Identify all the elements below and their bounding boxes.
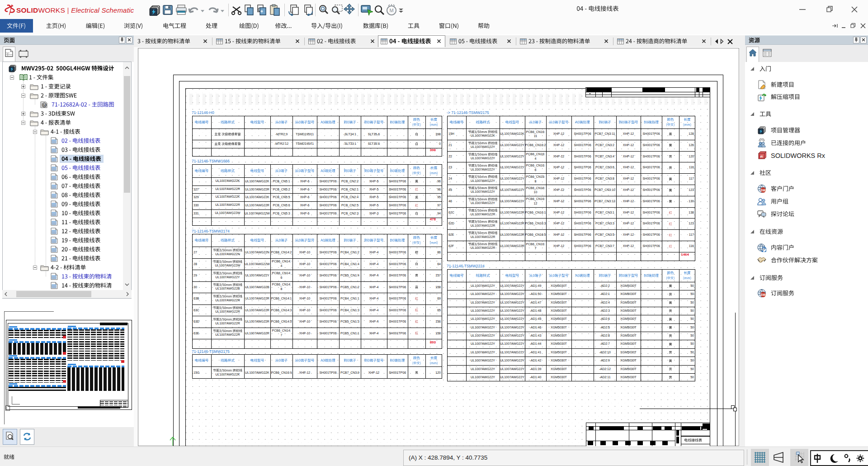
svg-text:SW: SW xyxy=(760,189,766,192)
svg-text:M: M xyxy=(389,8,393,13)
svg-text:M: M xyxy=(43,103,46,107)
svg-text:R: R xyxy=(760,155,763,159)
svg-text:SW: SW xyxy=(760,293,766,296)
